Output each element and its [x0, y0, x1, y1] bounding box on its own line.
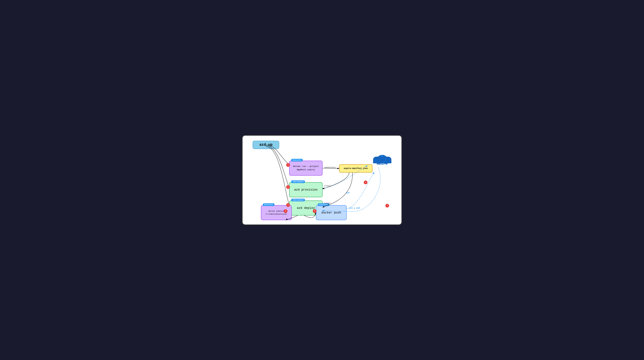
manifest-node: aspire-manifest.json	[339, 164, 372, 173]
dotnet-run-node: Executes dotnet run --projectAppHost.csp…	[289, 161, 322, 176]
dotnet-run-badge: Executes	[291, 159, 303, 162]
circle-5: 5	[284, 209, 288, 213]
circle-3: 3	[364, 180, 368, 184]
acr-arm-label: ACR & ARM	[349, 207, 360, 209]
azd-up-node: azd up	[252, 141, 279, 149]
dotnet-publish-badge: Executes	[263, 203, 274, 206]
dotnet-run-text: dotnet run --projectAppHost.csproj	[293, 165, 319, 171]
azure-cloud: Azure	[370, 149, 395, 167]
circle-7: 7	[386, 204, 389, 207]
azd-provision-text: azd provision	[294, 188, 318, 191]
azd-deploy-badge: Subcommand	[291, 199, 305, 201]
diagram-container: azd up Executes dotnet run --projectAppH…	[242, 135, 402, 225]
arm-label: ARM	[346, 192, 350, 194]
azd-provision-badge: Subcommand	[291, 180, 305, 183]
generates-label: (generates)	[324, 167, 336, 169]
uses1-label: (uses)	[324, 185, 331, 187]
manifest-label: aspire-manifest.json	[344, 167, 368, 170]
azure-label: Azure	[377, 162, 388, 166]
circle-4: 4	[286, 203, 290, 207]
azd-deploy-text: azd deploy	[297, 206, 315, 210]
circle-2: 2	[286, 185, 290, 189]
docker-push-node: Executes docker push	[316, 205, 347, 220]
azd-provision-node: Subcommand azd provision	[289, 182, 322, 197]
circle-1: 1	[286, 163, 290, 167]
uses2-label: (uses)	[324, 202, 331, 204]
azd-up-label: azd up	[259, 143, 272, 147]
docker-push-text: docker push	[321, 211, 341, 214]
circle-6: 6	[313, 209, 316, 213]
dotnet-publish-node: Executes dotnet publish/t:PublishContain…	[261, 205, 292, 220]
